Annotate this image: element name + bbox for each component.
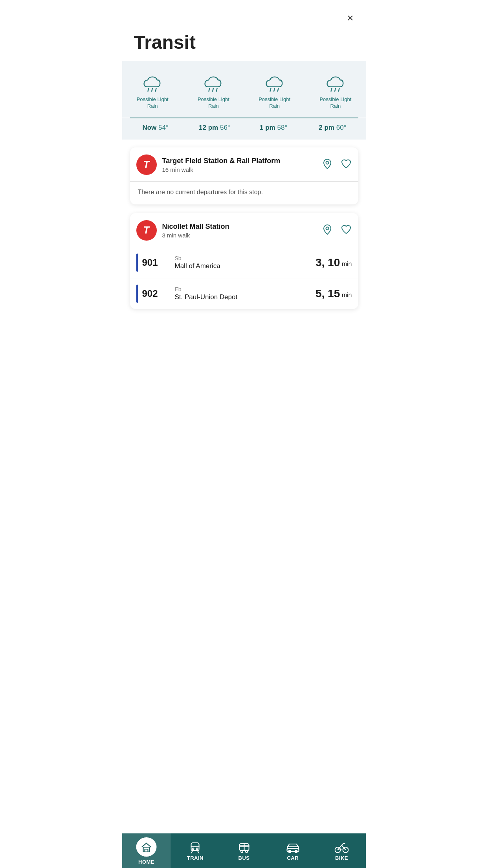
station-info-0: Target Field Station & Rail Platform 16 … <box>162 156 321 173</box>
station-walk-1: 3 min walk <box>162 232 321 239</box>
route-dest-name-1: St. Paul-Union Depot <box>175 293 316 301</box>
departure-row-1: 902 Eb St. Paul-Union Depot 5, 15 min <box>130 278 358 309</box>
station-logo-0: T <box>136 154 157 175</box>
time-label-1: 12 pm <box>199 124 218 131</box>
temp-val-3: 60° <box>336 124 347 131</box>
weather-label-1: Possible Light Rain <box>196 96 231 110</box>
heart-icon-1[interactable] <box>340 224 352 237</box>
svg-line-7 <box>274 88 275 91</box>
time-label-3: 2 pm <box>319 124 334 131</box>
route-dir-1: Eb <box>175 286 316 292</box>
route-dir-0: Sb <box>175 255 316 261</box>
times-nums-0: 3, 10 <box>316 256 340 268</box>
temp-val-0: 54° <box>158 124 169 131</box>
map-pin-icon-0[interactable] <box>321 158 333 171</box>
times-unit-0: min <box>342 261 352 267</box>
route-number-1: 902 <box>142 288 158 299</box>
svg-line-10 <box>335 88 336 91</box>
weather-item-2: Possible Light Rain <box>244 73 305 110</box>
station-name-1: Nicollet Mall Station <box>162 222 321 231</box>
temp-0: Now 54° <box>126 124 185 132</box>
time-label-0: Now <box>142 124 156 131</box>
route-times-1: 5, 15 min <box>316 287 352 300</box>
weather-label-3: Possible Light Rain <box>318 96 353 110</box>
station-card-0: T Target Field Station & Rail Platform 1… <box>130 147 358 204</box>
temp-1: 12 pm 56° <box>185 124 244 132</box>
temp-val-1: 56° <box>220 124 230 131</box>
station-name-0: Target Field Station & Rail Platform <box>162 156 321 166</box>
route-times-0: 3, 10 min <box>316 256 352 269</box>
departure-row-0: 901 Sb Mall of America 3, 10 min <box>130 247 358 278</box>
svg-line-3 <box>209 88 210 91</box>
weather-item-1: Possible Light Rain <box>183 73 244 110</box>
station-walk-0: 16 min walk <box>162 166 321 173</box>
svg-line-9 <box>331 88 332 91</box>
route-number-0: 901 <box>142 257 158 268</box>
card-actions-0 <box>321 158 352 171</box>
temp-3: 2 pm 60° <box>303 124 362 132</box>
svg-line-11 <box>339 88 339 91</box>
svg-line-8 <box>277 88 278 91</box>
cards-container: T Target Field Station & Rail Platform 1… <box>122 140 366 309</box>
svg-line-2 <box>156 88 156 91</box>
route-bar-1 <box>136 285 138 303</box>
no-departures-msg-0: There are no current departures for this… <box>130 181 358 204</box>
temp-2: 1 pm 58° <box>244 124 303 132</box>
rain-cloud-icon-0 <box>141 73 164 93</box>
card-actions-1 <box>321 224 352 237</box>
weather-item-0: Possible Light Rain <box>122 73 183 110</box>
weather-temps: Now 54° 12 pm 56° 1 pm 58° 2 pm 60° <box>122 118 366 140</box>
station-info-1: Nicollet Mall Station 3 min walk <box>162 222 321 239</box>
heart-icon-0[interactable] <box>340 158 352 171</box>
route-dest-name-0: Mall of America <box>175 262 316 270</box>
close-button[interactable]: × <box>347 13 353 24</box>
page-title: Transit <box>122 0 366 61</box>
times-unit-1: min <box>342 292 352 298</box>
svg-point-12 <box>326 161 328 164</box>
route-destination-0: Sb Mall of America <box>175 255 316 270</box>
svg-line-5 <box>216 88 217 91</box>
station-logo-1: T <box>136 220 157 241</box>
weather-item-3: Possible Light Rain <box>305 73 366 110</box>
card-header-1: T Nicollet Mall Station 3 min walk <box>130 213 358 247</box>
temp-val-2: 58° <box>277 124 287 131</box>
time-label-2: 1 pm <box>260 124 275 131</box>
weather-strip: Possible Light Rain Possible Light Rain <box>122 61 366 118</box>
station-card-1: T Nicollet Mall Station 3 min walk <box>130 213 358 309</box>
rain-cloud-icon-3 <box>324 73 347 93</box>
route-number-block-0: 901 <box>136 254 168 272</box>
route-number-block-1: 902 <box>136 285 168 303</box>
map-pin-icon-1[interactable] <box>321 224 333 237</box>
svg-line-1 <box>152 88 152 91</box>
times-nums-1: 5, 15 <box>316 287 340 300</box>
card-header-0: T Target Field Station & Rail Platform 1… <box>130 147 358 181</box>
svg-point-13 <box>326 227 328 230</box>
svg-line-6 <box>270 88 271 91</box>
route-bar-0 <box>136 254 138 272</box>
svg-line-0 <box>148 88 149 91</box>
rain-cloud-icon-1 <box>202 73 225 93</box>
rain-cloud-icon-2 <box>263 73 286 93</box>
weather-label-2: Possible Light Rain <box>257 96 292 110</box>
weather-label-0: Possible Light Rain <box>135 96 170 110</box>
route-destination-1: Eb St. Paul-Union Depot <box>175 286 316 301</box>
svg-line-4 <box>213 88 213 91</box>
